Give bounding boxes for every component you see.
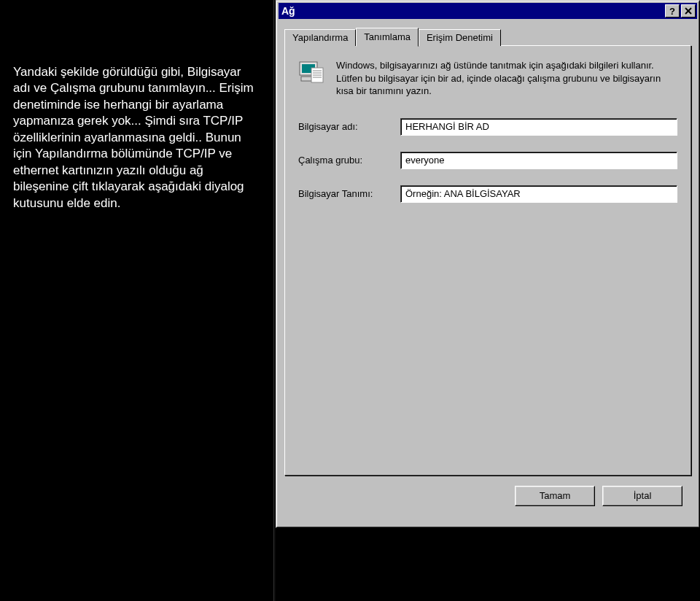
- tab-yapilandirma[interactable]: Yapılandırma: [284, 29, 356, 46]
- ok-button[interactable]: Tamam: [515, 486, 595, 506]
- row-description: Bilgisayar Tanımı:: [298, 185, 677, 203]
- label-workgroup: Çalışma grubu:: [298, 152, 400, 166]
- tab-label: Tanımlama: [364, 31, 411, 42]
- tabpanel-tanimlama: Windows, bilgisayarınızı ağ üstünde tanı…: [284, 45, 691, 476]
- left-instruction-text: Yandaki şekilde görüldüğü gibi, Bilgisay…: [13, 64, 260, 212]
- info-text: Windows, bilgisayarınızı ağ üstünde tanı…: [336, 59, 677, 98]
- left-instruction-panel: Yandaki şekilde görüldüğü gibi, Bilgisay…: [0, 0, 276, 601]
- window-title: Ağ: [281, 3, 664, 19]
- cancel-button[interactable]: İptal: [602, 486, 682, 506]
- close-button[interactable]: [681, 4, 696, 18]
- tab-tanimlama[interactable]: Tanımlama: [356, 28, 419, 47]
- computer-network-icon: [298, 61, 326, 88]
- input-description[interactable]: [400, 185, 677, 203]
- tabstrip: Yapılandırma Tanımlama Erişim Denetimi: [284, 26, 691, 45]
- row-computer-name: Bilgisayar adı:: [298, 118, 677, 136]
- titlebar: Ağ ?: [279, 3, 697, 19]
- tab-erisim-denetimi[interactable]: Erişim Denetimi: [419, 29, 501, 46]
- tab-label: Yapılandırma: [292, 32, 348, 43]
- help-icon: ?: [669, 6, 675, 17]
- page-root: Yandaki şekilde görüldüğü gibi, Bilgisay…: [0, 0, 700, 601]
- info-row: Windows, bilgisayarınızı ağ üstünde tanı…: [298, 59, 677, 98]
- network-dialog: Ağ ?: [276, 0, 700, 528]
- help-button[interactable]: ?: [665, 4, 680, 18]
- label-description: Bilgisayar Tanımı:: [298, 185, 400, 201]
- input-computer-name[interactable]: [400, 118, 677, 136]
- dialog-container: Ağ ?: [276, 0, 700, 601]
- tab-label: Erişim Denetimi: [427, 32, 493, 43]
- row-workgroup: Çalışma grubu:: [298, 152, 677, 169]
- cancel-button-label: İptal: [634, 490, 652, 501]
- dialog-button-row: Tamam İptal: [284, 476, 691, 506]
- dialog-client: Yapılandırma Tanımlama Erişim Denetimi: [279, 19, 697, 512]
- ok-button-label: Tamam: [540, 490, 571, 501]
- label-computer-name: Bilgisayar adı:: [298, 118, 400, 132]
- close-icon: [685, 7, 692, 15]
- input-workgroup[interactable]: [400, 152, 677, 169]
